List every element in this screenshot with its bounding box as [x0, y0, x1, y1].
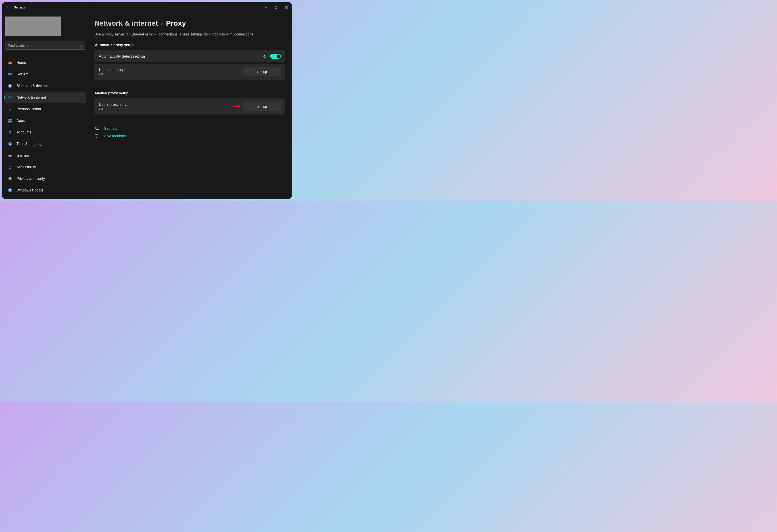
home-icon [8, 60, 12, 65]
sidebar-item-label: Gaming [16, 153, 29, 157]
update-icon [8, 188, 12, 193]
sidebar-item-personalization[interactable]: Personalization [4, 104, 86, 115]
section-title-automatic: Automatic proxy setup [95, 43, 285, 47]
svg-point-25 [96, 137, 97, 138]
svg-point-13 [9, 131, 11, 133]
sidebar-item-label: Network & internet [16, 96, 46, 100]
svg-rect-1 [275, 6, 277, 8]
system-icon [8, 72, 12, 77]
clock-icon [8, 141, 12, 146]
content: Network & internet › Proxy Use a proxy s… [88, 12, 292, 199]
section-title-manual: Manual proxy setup [95, 91, 285, 95]
app-title: Settings [14, 6, 25, 9]
sidebar-item-home[interactable]: Home [4, 57, 86, 68]
proxy-server-card: Use a proxy server Off Set up [94, 98, 285, 115]
svg-rect-5 [8, 73, 12, 76]
help-icon: ? [94, 126, 99, 131]
svg-rect-6 [9, 76, 11, 76]
svg-point-16 [9, 155, 10, 156]
sidebar-item-apps[interactable]: Apps [4, 115, 86, 126]
toggle-state-label: On [263, 54, 267, 58]
sidebar: Home System Bluetooth & devices [2, 12, 88, 199]
sidebar-item-label: Privacy & security [16, 177, 45, 181]
breadcrumb-parent[interactable]: Network & internet [94, 19, 158, 27]
sidebar-item-label: Bluetooth & devices [16, 84, 48, 88]
proxy-server-label: Use a proxy server [99, 103, 130, 107]
sidebar-item-label: Time & language [16, 142, 43, 146]
sidebar-item-network[interactable]: Network & internet [4, 92, 86, 103]
brush-icon [8, 107, 12, 112]
maximize-button[interactable] [271, 2, 281, 12]
setup-script-label: Use setup script [99, 68, 125, 72]
breadcrumb-current: Proxy [166, 19, 186, 27]
accessibility-icon [8, 165, 12, 170]
nav: Home System Bluetooth & devices [4, 57, 86, 196]
person-icon [8, 130, 12, 135]
auto-detect-label: Automatically detect settings [99, 54, 145, 58]
feedback-label: Give feedback [104, 134, 127, 138]
sidebar-item-label: Home [16, 61, 26, 65]
setup-script-card: Use setup script Off Set up [94, 63, 285, 80]
wifi-icon [8, 95, 12, 100]
bluetooth-icon [8, 84, 12, 88]
get-help-link[interactable]: ? Get help [94, 126, 285, 131]
svg-point-2 [79, 44, 81, 46]
svg-point-17 [10, 155, 11, 156]
sidebar-item-bluetooth[interactable]: Bluetooth & devices [4, 80, 86, 92]
sidebar-item-label: Windows Update [16, 188, 43, 192]
svg-rect-15 [8, 155, 12, 157]
minimize-button[interactable] [261, 2, 271, 12]
profile-block[interactable] [5, 16, 61, 36]
feedback-link[interactable]: Give feedback [94, 134, 285, 139]
proxy-server-status: Off [99, 107, 130, 111]
svg-rect-12 [10, 121, 12, 123]
close-button[interactable] [281, 2, 292, 12]
sidebar-item-gaming[interactable]: Gaming [4, 150, 86, 161]
page-subtitle: Use a proxy server for Ethernet or Wi-Fi… [94, 32, 285, 36]
svg-rect-11 [8, 121, 10, 123]
sidebar-item-label: Accessibility [16, 165, 36, 169]
sidebar-item-windows-update[interactable]: Windows Update [4, 185, 86, 196]
setup-script-button[interactable]: Set up [243, 67, 281, 76]
shield-icon [8, 176, 12, 181]
search-input[interactable] [5, 41, 85, 50]
svg-point-8 [10, 98, 10, 99]
svg-rect-4 [10, 63, 10, 64]
svg-rect-24 [95, 134, 98, 136]
svg-text:?: ? [96, 127, 97, 129]
setup-script-status: Off [99, 72, 125, 76]
breadcrumb: Network & internet › Proxy [94, 19, 285, 27]
feedback-icon [94, 134, 99, 139]
sidebar-item-accessibility[interactable]: Accessibility [4, 161, 86, 173]
svg-point-18 [10, 165, 10, 166]
sidebar-item-label: Apps [16, 119, 24, 123]
titlebar: Settings [2, 2, 292, 12]
sidebar-item-label: Accounts [16, 130, 31, 134]
sidebar-item-label: System [16, 72, 28, 76]
svg-point-23 [97, 129, 99, 130]
get-help-label: Get help [104, 127, 117, 131]
arrow-annotation-icon [232, 105, 241, 109]
chevron-right-icon: › [161, 20, 163, 26]
sidebar-item-label: Personalization [16, 107, 41, 111]
proxy-server-setup-button[interactable]: Set up [243, 102, 281, 111]
sidebar-item-time-language[interactable]: Time & language [4, 138, 86, 149]
search-icon [78, 43, 82, 48]
sidebar-item-accounts[interactable]: Accounts [4, 127, 86, 138]
back-button[interactable] [5, 5, 10, 10]
svg-rect-9 [8, 119, 10, 121]
gamepad-icon [8, 153, 12, 158]
auto-detect-toggle[interactable] [270, 54, 281, 59]
auto-detect-card: Automatically detect settings On [94, 50, 285, 62]
sidebar-item-privacy[interactable]: Privacy & security [4, 173, 86, 184]
sidebar-item-system[interactable]: System [4, 69, 86, 80]
apps-icon [8, 118, 12, 123]
svg-rect-10 [10, 119, 12, 121]
toggle-knob [276, 54, 280, 58]
svg-line-3 [81, 46, 82, 47]
svg-point-19 [8, 188, 12, 192]
settings-window: Settings [2, 2, 292, 199]
